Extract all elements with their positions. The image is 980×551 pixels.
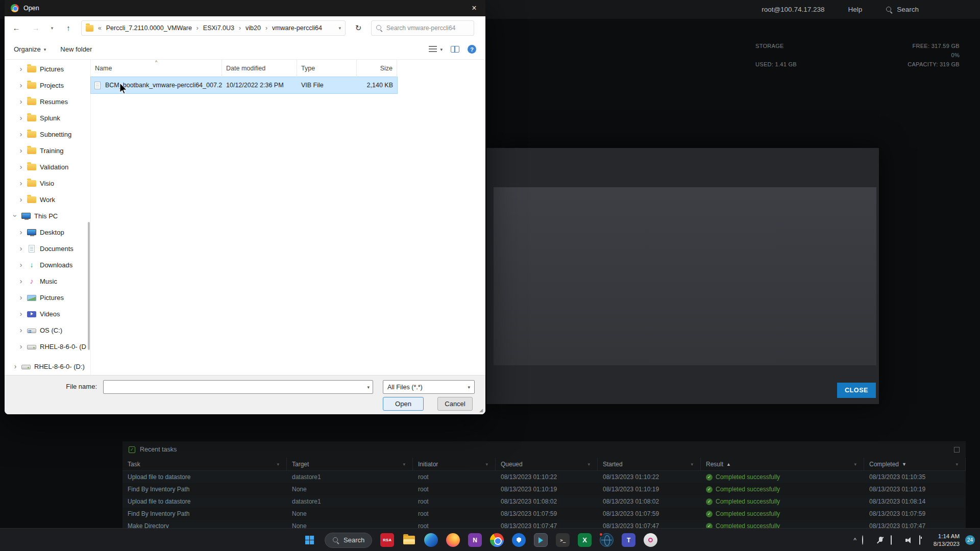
sidebar-item-desktop[interactable]: › Desktop	[5, 224, 90, 240]
chevron-right-icon[interactable]: ›	[18, 114, 23, 121]
vmware-workstation-icon[interactable]	[534, 533, 548, 547]
column-header-name[interactable]: ^ Name	[91, 60, 222, 77]
column-header-type[interactable]: Type	[297, 60, 357, 77]
chevron-right-icon[interactable]: ›	[18, 147, 23, 154]
excel-icon[interactable]: X	[578, 533, 592, 547]
column-header-completed[interactable]: Completed ▼ ▾	[864, 458, 966, 470]
chevron-expanded-icon[interactable]: ›	[12, 213, 19, 218]
tree-scrollbar[interactable]	[88, 222, 90, 350]
tray-chevron-icon[interactable]: ^	[853, 537, 856, 544]
filter-chevron-icon[interactable]: ▾	[955, 462, 958, 467]
authenticator-icon[interactable]	[512, 533, 526, 547]
firefox-icon[interactable]	[446, 533, 460, 547]
esxi-search[interactable]: Search	[886, 6, 919, 13]
close-button[interactable]: CLOSE	[837, 383, 876, 398]
display-icon[interactable]	[891, 536, 899, 544]
microphone-muted-icon[interactable]	[876, 536, 885, 544]
column-header-date-modified[interactable]: Date modified	[222, 60, 297, 77]
sidebar-item-videos[interactable]: › Videos	[5, 306, 90, 322]
filter-chevron-icon[interactable]: ▾	[854, 462, 856, 467]
filter-chevron-icon[interactable]: ▾	[587, 462, 590, 467]
chevron-right-icon[interactable]: ›	[18, 343, 23, 350]
refresh-button[interactable]: ↻	[352, 21, 365, 35]
volume-icon[interactable]	[905, 536, 914, 544]
sidebar-item-rhel-d[interactable]: › RHEL-8-6-0- (D	[5, 338, 90, 355]
clock[interactable]: 1:14 AM 8/13/2023	[934, 533, 960, 547]
chevron-right-icon[interactable]: ›	[18, 310, 23, 317]
column-header-size[interactable]: Size	[357, 60, 397, 77]
address-bar[interactable]: « Perccli_7.2110.0000_VMWare › ESXi7.0U3…	[81, 20, 346, 36]
chevron-right-icon[interactable]: ›	[18, 65, 23, 72]
chevron-right-icon[interactable]: ›	[18, 261, 23, 268]
filter-chevron-icon[interactable]: ▾	[403, 462, 405, 467]
organize-menu[interactable]: Organize ▾	[14, 45, 46, 53]
chevron-right-icon[interactable]: ›	[18, 180, 23, 187]
task-row[interactable]: Find By Inventory Path None root 08/13/2…	[122, 483, 966, 495]
chevron-right-icon[interactable]: ›	[18, 278, 23, 285]
sidebar-item-pictures[interactable]: › Pictures	[5, 61, 90, 77]
column-header-result[interactable]: Result ▲ ▾	[701, 458, 864, 470]
terminal-icon[interactable]: >_	[556, 533, 570, 547]
help-icon[interactable]: ?	[468, 45, 476, 54]
address-dropdown-icon[interactable]: ▾	[338, 26, 341, 31]
sidebar-item-music[interactable]: › ♪ Music	[5, 273, 90, 289]
help-link[interactable]: Help	[848, 6, 862, 13]
column-header-started[interactable]: Started ▾	[598, 458, 701, 470]
forward-button[interactable]: →	[29, 21, 42, 35]
preview-pane-icon[interactable]	[451, 46, 459, 53]
sidebar-item-resumes[interactable]: › Resumes	[5, 93, 90, 110]
chevron-right-icon[interactable]: ›	[18, 245, 23, 252]
chevron-right-icon[interactable]: ›	[13, 363, 18, 370]
file-explorer-icon[interactable]	[402, 533, 416, 547]
sidebar-item-pictures-2[interactable]: › Pictures	[5, 289, 90, 306]
start-button[interactable]	[303, 533, 316, 547]
sidebar-item-visio[interactable]: › Visio	[5, 175, 90, 191]
open-button[interactable]: Open	[383, 397, 424, 411]
teams-icon[interactable]: T	[622, 533, 635, 547]
file-name-combobox[interactable]: ▾	[103, 380, 373, 394]
close-icon[interactable]: ×	[463, 0, 485, 16]
path-ellipsis[interactable]: «	[97, 24, 103, 32]
notification-count-badge[interactable]: 24	[965, 535, 975, 545]
sidebar-item-documents[interactable]: › Documents	[5, 240, 90, 257]
chevron-right-icon[interactable]: ›	[18, 294, 23, 301]
chevron-right-icon[interactable]: ›	[18, 163, 23, 170]
chevron-right-icon[interactable]: ›	[18, 82, 23, 89]
sidebar-item-splunk[interactable]: › Splunk	[5, 110, 90, 126]
filter-chevron-icon[interactable]: ▾	[277, 462, 279, 467]
chevron-right-icon[interactable]: ›	[18, 131, 23, 138]
filter-chevron-icon[interactable]: ▾	[485, 462, 488, 467]
sidebar-item-rhel-d-2[interactable]: › RHEL-8-6-0- (D:)	[5, 358, 90, 374]
file-type-select[interactable]: All Files (*.*) ▾	[383, 380, 475, 394]
chevron-right-icon[interactable]: ›	[18, 229, 23, 236]
resize-grip[interactable]: ◢	[479, 408, 483, 413]
change-view-button[interactable]: ▾	[429, 46, 443, 53]
history-dropdown-icon[interactable]: ▾	[48, 21, 56, 35]
rsa-icon[interactable]: RSA	[380, 533, 394, 547]
edge-icon[interactable]	[424, 533, 438, 547]
file-name-input[interactable]	[104, 381, 373, 393]
breadcrumb-segment[interactable]: vmware-perccli64	[272, 24, 322, 32]
task-row[interactable]: Upload file to datastore datastore1 root…	[122, 495, 966, 508]
browser-globe-icon[interactable]	[600, 533, 614, 547]
sidebar-item-os-c[interactable]: › OS (C:)	[5, 322, 90, 338]
filter-chevron-icon[interactable]: ▾	[691, 462, 693, 467]
task-row[interactable]: Upload file to datastore datastore1 root…	[122, 471, 966, 483]
column-header-target[interactable]: Target ▾	[287, 458, 413, 470]
dropdown-icon[interactable]: ▾	[367, 385, 370, 390]
file-row[interactable]: BCM_bootbank_vmware-perccli64_007.2... 1…	[91, 77, 397, 93]
column-header-queued[interactable]: Queued ▾	[496, 458, 598, 470]
chevron-right-icon[interactable]: ›	[18, 327, 23, 334]
chevron-right-icon[interactable]: ›	[18, 196, 23, 203]
dialog-title-bar[interactable]: Open ×	[5, 0, 485, 16]
chrome-icon[interactable]	[490, 533, 504, 547]
cancel-button[interactable]: Cancel	[437, 397, 473, 411]
column-header-initiator[interactable]: Initiator ▾	[413, 458, 496, 470]
sidebar-item-this-pc[interactable]: › This PC	[5, 208, 90, 224]
up-button[interactable]: ↑	[62, 21, 75, 35]
new-folder-button[interactable]: New folder	[60, 45, 92, 53]
breadcrumb-segment[interactable]: Perccli_7.2110.0000_VMWare	[106, 24, 192, 32]
snipping-tool-icon[interactable]	[644, 533, 657, 547]
breadcrumb-segment[interactable]: ESXi7.0U3	[203, 24, 234, 32]
battery-icon[interactable]	[919, 536, 928, 544]
